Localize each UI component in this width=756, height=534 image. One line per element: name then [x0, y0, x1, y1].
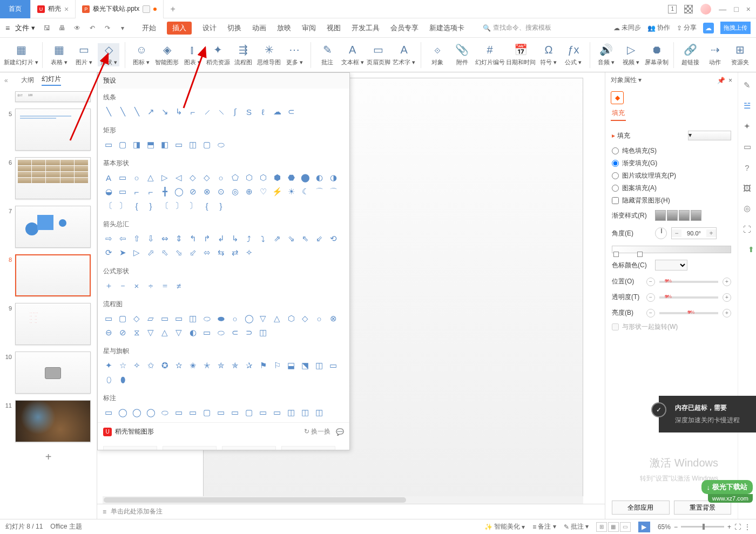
position-slider[interactable]: 0%: [659, 281, 718, 283]
beautify-button[interactable]: ✨ 智能美化 ▾: [484, 522, 525, 531]
sp-flow-shape-6[interactable]: ◫: [187, 313, 198, 324]
sp-basic-shape-9[interactable]: ⬠: [230, 172, 240, 183]
sp-basic-shape-3[interactable]: △: [145, 172, 156, 183]
sp-flow-shape-28[interactable]: ◫: [258, 327, 268, 338]
sp-stars-shape-0[interactable]: ✦: [103, 360, 114, 371]
sp-arrows-shape-20[interactable]: ⬀: [145, 247, 156, 258]
sp-basic-shape-28[interactable]: ♡: [258, 186, 268, 197]
drag-upload-button[interactable]: 拖拽上传: [720, 22, 751, 34]
sp-flow-shape-19[interactable]: ⧖: [131, 327, 142, 338]
sp-arrows-shape-21[interactable]: ⬁: [159, 247, 170, 258]
sp-callouts-shape-12[interactable]: ▭: [272, 407, 282, 418]
sorter-view-icon[interactable]: ▦: [608, 522, 619, 532]
tab-start[interactable]: 开始: [142, 23, 156, 33]
sp-flow-shape-7[interactable]: ⬭: [201, 313, 212, 324]
sp-lines-shape-3[interactable]: ↗: [145, 106, 156, 117]
sp-arrows-shape-17[interactable]: ⟳: [103, 247, 114, 258]
sp-arrows-shape-15[interactable]: ⇙: [314, 233, 325, 244]
sp-arrows-shape-6[interactable]: ↰: [187, 233, 198, 244]
tab-home[interactable]: 首页: [0, 0, 31, 18]
sp-rects-shape-2[interactable]: ◨: [131, 139, 142, 150]
ribbon-7[interactable]: ✦稻壳资源: [206, 43, 230, 66]
sp-basic-shape-8[interactable]: ○: [215, 172, 226, 183]
sp-basic-shape-32[interactable]: ⌒: [314, 186, 325, 197]
sp-callouts-shape-9[interactable]: ▭: [230, 407, 240, 418]
sp-arrows-shape-12[interactable]: ⇗: [272, 233, 282, 244]
close-icon[interactable]: ×: [64, 5, 69, 13]
sp-callouts-shape-5[interactable]: ▭: [173, 407, 184, 418]
sp-flow-shape-13[interactable]: ⬡: [286, 313, 296, 324]
sp-basic-shape-38[interactable]: 〔: [159, 200, 170, 211]
sp-basic-shape-39[interactable]: 〕: [173, 200, 184, 211]
avatar[interactable]: [700, 4, 711, 15]
rail-location-icon[interactable]: ◎: [742, 203, 753, 214]
collab-button[interactable]: 👥协作: [647, 23, 670, 32]
sp-callouts-shape-10[interactable]: ▢: [244, 407, 254, 418]
preview-button[interactable]: 👁: [71, 22, 84, 35]
ribbon-12[interactable]: A文本框 ▾: [341, 43, 363, 66]
sp-lines-shape-4[interactable]: ↘: [159, 106, 170, 117]
command-search[interactable]: 🔍 查找命令、搜索模板: [483, 23, 551, 32]
sp-arrows-shape-11[interactable]: ⤵: [258, 233, 268, 244]
ribbon-1[interactable]: ▦表格 ▾: [48, 43, 70, 66]
sp-callouts-shape-2[interactable]: ◯: [131, 407, 142, 418]
sp-rects-shape-3[interactable]: ⬒: [145, 139, 156, 150]
sp-basic-shape-35[interactable]: 〕: [117, 200, 128, 211]
sp-flow-shape-17[interactable]: ⊖: [103, 327, 114, 338]
sp-stars-shape-15[interactable]: ◫: [314, 360, 325, 371]
notes-bar[interactable]: ≡ 单击此处添加备注: [97, 504, 605, 519]
angle-spinner[interactable]: −90.0°+: [671, 227, 717, 239]
sp-flow-shape-12[interactable]: △: [272, 313, 282, 324]
file-menu[interactable]: 文件 ▾: [15, 23, 35, 33]
tab-newtab[interactable]: 新建选项卡: [429, 23, 464, 33]
sp-rects-shape-1[interactable]: ▢: [117, 139, 128, 150]
sp-arrows-shape-2[interactable]: ⇧: [131, 233, 142, 244]
tab-slideshow[interactable]: 放映: [277, 23, 291, 33]
sp-arrows-shape-22[interactable]: ⬂: [173, 247, 184, 258]
tab-animation[interactable]: 动画: [252, 23, 266, 33]
sp-arrows-shape-26[interactable]: ⇄: [230, 247, 240, 258]
sp-callouts-shape-11[interactable]: ▭: [258, 407, 268, 418]
sp-flow-shape-1[interactable]: ▢: [117, 313, 128, 324]
rail-style-icon[interactable]: ✎: [742, 80, 753, 91]
sp-flow-shape-10[interactable]: ◯: [244, 313, 254, 324]
sp-basic-shape-18[interactable]: ▭: [117, 186, 128, 197]
menu-icon[interactable]: ≡: [5, 24, 10, 32]
sp-flow-shape-24[interactable]: ▭: [201, 327, 212, 338]
check-hidebg[interactable]: 隐藏背景图形(H): [612, 194, 731, 207]
thumb-11[interactable]: 11: [0, 397, 97, 445]
sp-stars-shape-13[interactable]: ⬓: [286, 360, 296, 371]
sp-basic-shape-20[interactable]: ⌐: [145, 186, 156, 197]
notes-button[interactable]: ≡ 备注 ▾: [532, 522, 556, 531]
duplicate-icon[interactable]: [143, 5, 150, 13]
sp-arrows-shape-13[interactable]: ⇘: [286, 233, 296, 244]
ribbon-9[interactable]: ✳思维导图: [258, 43, 281, 66]
reading-view-icon[interactable]: ▭: [620, 522, 631, 532]
unsynced-button[interactable]: ☁未同步: [613, 23, 641, 32]
sp-rects-shape-4[interactable]: ◧: [159, 139, 170, 150]
close-pane-icon[interactable]: ×: [728, 77, 732, 84]
gradient-style-swatches[interactable]: [655, 210, 701, 221]
sp-basic-shape-25[interactable]: ⊙: [215, 186, 226, 197]
sp-stars-shape-10[interactable]: ✰: [244, 360, 254, 371]
position-increment[interactable]: +: [723, 278, 731, 286]
fill-preview-swatch[interactable]: ▾: [688, 131, 731, 140]
sp-basic-shape-42[interactable]: }: [215, 200, 226, 211]
template-3[interactable]: 单击此处添加标题: [222, 446, 276, 450]
rail-image-icon[interactable]: 🖼: [742, 182, 753, 193]
sp-flow-shape-15[interactable]: ○: [314, 313, 325, 324]
sp-arrows-shape-24[interactable]: ⬄: [201, 247, 212, 258]
sp-formula-shape-3[interactable]: ÷: [145, 280, 156, 291]
sp-basic-shape-6[interactable]: ◇: [187, 172, 198, 183]
radio-pattern[interactable]: 图案填充(A): [612, 182, 731, 194]
sp-arrows-shape-23[interactable]: ⬃: [187, 247, 198, 258]
sp-stars-shape-4[interactable]: ✪: [159, 360, 170, 371]
stop-color-select[interactable]: [655, 260, 687, 271]
ribbon-13[interactable]: ▭页眉页脚: [367, 43, 390, 66]
sp-flow-shape-26[interactable]: ⊂: [230, 327, 240, 338]
ribbon-25[interactable]: ⇢动作: [704, 43, 726, 66]
new-tab-button[interactable]: +: [164, 4, 182, 14]
rail-properties-icon[interactable]: ☱: [742, 100, 753, 111]
sp-basic-shape-30[interactable]: ☀: [286, 186, 296, 197]
sp-basic-shape-21[interactable]: ╋: [159, 186, 170, 197]
